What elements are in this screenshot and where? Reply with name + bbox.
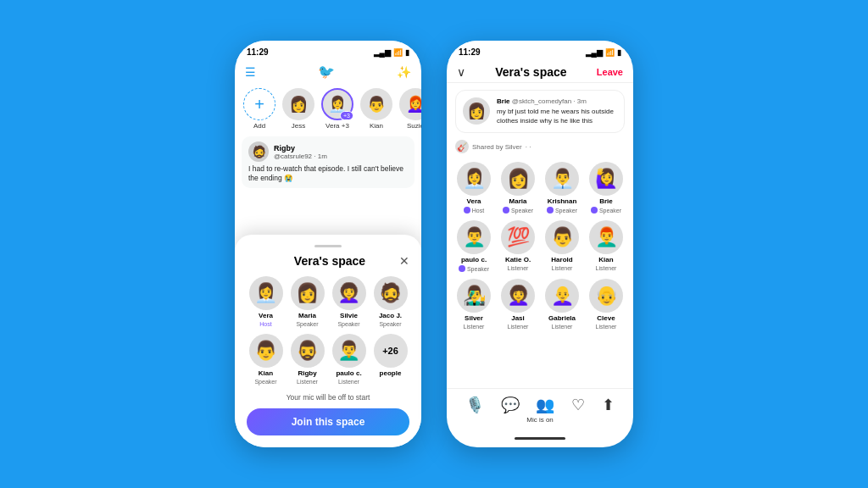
add-avatar[interactable]: + [243,88,275,120]
p2-paulo-name: paulo c. [461,256,487,263]
mic-button[interactable]: 🎙️ [465,396,484,414]
jaco-p-name: Jaco J. [379,312,402,319]
p2-kian-name: Kian [598,256,613,263]
phone-1: 11:29 ▂▄▆ 📶 ▮ ☰ 🐦 ✨ + Add 👩 Jess [235,41,421,447]
close-modal-button[interactable]: ✕ [399,254,409,268]
maria-p-role: Speaker [296,321,318,327]
story-jess[interactable]: 👩 Jess [282,88,314,130]
plus-count-avatar: +26 [374,334,408,368]
story-vera[interactable]: 👩‍💼 +3 Vera +3 [321,88,353,130]
suzie-avatar: 👩‍🦰 [399,88,421,120]
phone-2: 11:29 ▂▄▆ 📶 ▮ ∨ Vera's space Leave 👩 Bri… [447,41,633,447]
paulo-p-role: Listener [338,379,359,385]
p2-katie-role: Listener [508,265,529,271]
p2-paulo-role: Speaker [459,265,489,272]
vera-p-avatar: 👩‍💼 [249,276,283,310]
modal-title: Vera's space [260,254,399,268]
p2-jasi-name: Jasi [511,314,525,322]
twitter-logo: 🐦 [318,64,335,80]
p2-kian-avatar: 👨‍🦰 [589,220,623,254]
tweet-text: I had to re-watch that episode. I still … [248,164,408,183]
p2-gabriela: 👩‍🦲 Gabriela Listener [542,279,582,330]
participants-section: 👩‍💼 Vera Host 👩 Maria Speaker 👨‍💼 Krishn… [447,158,633,388]
tweet-avatar: 🧔 [248,141,269,162]
battery-icon: ▮ [405,48,409,57]
p2-maria: 👩 Maria Speaker [498,162,538,214]
signal-icon-2: ▂▄▆ [586,48,603,57]
story-jess-label: Jess [292,122,305,130]
p2-harold-name: Harold [551,256,572,263]
jess-avatar: 👩 [282,88,314,120]
p2-krishnan-role: Speaker [547,207,577,214]
story-kian-label: Kian [370,122,383,130]
leave-button[interactable]: Leave [597,67,623,77]
featured-tweet: 👩 Brie @sktch_comedyfan · 3m my bf just … [455,90,625,133]
paulo-p-avatar: 👨‍🦱 [332,334,366,368]
p2-jasi-role: Listener [508,324,529,330]
p2-brie-avatar: 🙋‍♀️ [589,162,623,196]
vera-p-name: Vera [259,312,273,319]
vera-badge: +3 [340,111,353,120]
people-button[interactable]: 👥 [536,396,554,414]
footer-icons: 🎙️ 💬 👥 ♡ ⬆ [457,396,623,414]
tweet-header: 🧔 Rigby @catsrule92 · 1m [248,141,408,162]
p2-maria-role: Speaker [503,207,533,214]
story-kian[interactable]: 👨 Kian [360,88,392,130]
bottom-bar-2 [447,432,633,447]
menu-icon[interactable]: ☰ [245,65,256,79]
p2-vera-name: Vera [467,197,481,205]
participants-grid: 👩‍💼 Vera Host 👩 Maria Speaker 👩‍🦱 Silvie… [247,276,409,385]
modal-handle [314,245,342,247]
story-add-label: Add [253,122,265,130]
p2-kian: 👨‍🦰 Kian Listener [586,220,626,272]
tweet-handle: @catsrule92 · 1m [274,152,327,160]
p2-krishnan: 👨‍💼 Krishnan Speaker [542,162,582,214]
p2-jasi: 👩‍🦱 Jasi Listener [498,279,538,330]
kian-p-name: Kian [259,369,273,377]
participant-jaco: 🧔 Jaco J. Speaker [371,276,409,327]
modal-header: Vera's space ✕ [247,254,409,268]
back-button[interactable]: ∨ [457,65,465,79]
jaco-p-avatar: 🧔 [374,276,408,310]
story-suzie[interactable]: 👩‍🦰 Suzie [399,88,421,130]
participant-kian: 👨 Kian Speaker [247,334,285,385]
tweet-name: Rigby [274,144,327,152]
phone1-header: ☰ 🐦 ✨ [235,60,421,85]
story-add[interactable]: + Add [243,88,275,130]
chat-button[interactable]: 💬 [501,396,520,414]
phone2-header: ∨ Vera's space Leave [447,60,633,83]
signal-icon: ▂▄▆ [374,48,391,57]
silvie-p-name: Silvie [340,312,358,319]
brie-ft-avatar: 👩 [463,97,490,125]
p2-jasi-avatar: 👩‍🦱 [501,279,535,313]
join-space-button[interactable]: Join this space [247,408,409,432]
space-modal: Vera's space ✕ 👩‍💼 Vera Host 👩 Maria Spe… [235,235,421,432]
maria-p-avatar: 👩 [291,276,325,310]
mic-notice: Your mic will be off to start [247,393,409,402]
jaco-p-role: Speaker [379,321,401,327]
brie-ft-name: Brie [497,97,512,105]
participant-plus: +26 people [371,334,409,385]
participant-rigby: 🧔‍♂️ Rigby Listener [288,334,326,385]
brie-ft-text: my bf just told me he wears his outside … [497,107,617,125]
phone2-footer: 🎙️ 💬 👥 ♡ ⬆ Mic is on [447,388,633,432]
heart-button[interactable]: ♡ [571,396,585,414]
p2-brie: 🙋‍♀️ Brie Speaker [586,162,626,214]
share-button[interactable]: ⬆ [602,396,615,414]
kian-avatar: 👨 [360,88,392,120]
vera-p-role: Host [259,321,271,327]
p2-silver-name: Silver [465,314,483,322]
participant-silvie: 👩‍🦱 Silvie Speaker [330,276,368,327]
p2-brie-name: Brie [599,197,613,205]
battery-icon-2: ▮ [617,48,621,57]
p2-maria-avatar: 👩 [501,162,535,196]
home-bar-2 [515,437,565,440]
status-bar-2: 11:29 ▂▄▆ 📶 ▮ [447,41,633,60]
p2-gabriela-avatar: 👩‍🦲 [545,279,579,313]
time-1: 11:29 [247,47,269,57]
p2-silver: 👨‍🎤 Silver Listener [453,279,494,330]
p2-gabriela-name: Gabriela [548,314,576,322]
sparkle-icon[interactable]: ✨ [397,65,411,79]
p2-harold-avatar: 👨 [545,220,579,254]
p2-silver-avatar: 👨‍🎤 [457,279,491,313]
